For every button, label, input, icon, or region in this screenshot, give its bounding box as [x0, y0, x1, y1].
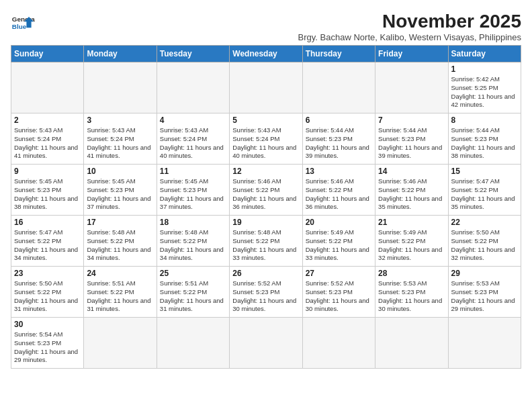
day-number: 25 [160, 269, 226, 278]
day-header-monday: Monday [84, 46, 157, 62]
calendar-cell: 16Sunrise: 5:47 AM Sunset: 5:22 PM Dayli… [11, 216, 84, 267]
day-info: Sunrise: 5:53 AM Sunset: 5:23 PM Dayligh… [451, 279, 518, 314]
day-number: 19 [232, 218, 299, 227]
day-number: 21 [378, 218, 445, 227]
day-number: 26 [232, 269, 299, 278]
calendar-cell: 26Sunrise: 5:52 AM Sunset: 5:23 PM Dayli… [230, 267, 302, 318]
header: General Blue November 2025 Brgy. Bachaw … [11, 11, 521, 42]
calendar-cell [230, 62, 302, 113]
day-number: 5 [232, 116, 299, 125]
calendar-cell: 21Sunrise: 5:49 AM Sunset: 5:22 PM Dayli… [375, 216, 448, 267]
logo: General Blue [11, 11, 35, 35]
day-info: Sunrise: 5:54 AM Sunset: 5:23 PM Dayligh… [14, 330, 81, 365]
calendar-cell: 24Sunrise: 5:51 AM Sunset: 5:22 PM Dayli… [84, 267, 157, 318]
day-header-thursday: Thursday [302, 46, 375, 62]
calendar-cell [375, 62, 448, 113]
calendar-week-row: 9Sunrise: 5:45 AM Sunset: 5:23 PM Daylig… [11, 165, 521, 216]
calendar-cell: 13Sunrise: 5:46 AM Sunset: 5:22 PM Dayli… [302, 165, 375, 216]
calendar-cell: 27Sunrise: 5:52 AM Sunset: 5:23 PM Dayli… [302, 267, 375, 318]
location-subtitle: Brgy. Bachaw Norte, Kalibo, Western Visa… [298, 32, 521, 42]
day-info: Sunrise: 5:46 AM Sunset: 5:22 PM Dayligh… [378, 177, 445, 212]
calendar-cell [230, 318, 302, 369]
calendar-week-row: 2Sunrise: 5:43 AM Sunset: 5:24 PM Daylig… [11, 113, 521, 165]
svg-text:Blue: Blue [12, 23, 27, 30]
calendar-cell: 18Sunrise: 5:48 AM Sunset: 5:22 PM Dayli… [157, 216, 229, 267]
day-info: Sunrise: 5:47 AM Sunset: 5:22 PM Dayligh… [451, 177, 518, 212]
calendar-cell [84, 62, 157, 113]
day-info: Sunrise: 5:53 AM Sunset: 5:23 PM Dayligh… [378, 279, 445, 314]
calendar-week-row: 1Sunrise: 5:42 AM Sunset: 5:25 PM Daylig… [11, 62, 521, 113]
day-info: Sunrise: 5:46 AM Sunset: 5:22 PM Dayligh… [306, 177, 372, 212]
calendar-cell [448, 318, 521, 369]
day-number: 24 [87, 269, 153, 278]
day-info: Sunrise: 5:50 AM Sunset: 5:22 PM Dayligh… [451, 228, 518, 263]
day-number: 30 [14, 320, 81, 329]
calendar-cell: 15Sunrise: 5:47 AM Sunset: 5:22 PM Dayli… [448, 165, 521, 216]
calendar-cell: 11Sunrise: 5:45 AM Sunset: 5:23 PM Dayli… [157, 165, 229, 216]
day-info: Sunrise: 5:43 AM Sunset: 5:24 PM Dayligh… [160, 126, 226, 161]
day-info: Sunrise: 5:51 AM Sunset: 5:22 PM Dayligh… [160, 279, 226, 314]
day-number: 18 [160, 218, 226, 227]
calendar-cell [11, 62, 84, 113]
calendar-week-row: 30Sunrise: 5:54 AM Sunset: 5:23 PM Dayli… [11, 318, 521, 369]
day-number: 7 [378, 116, 445, 125]
calendar-week-row: 16Sunrise: 5:47 AM Sunset: 5:22 PM Dayli… [11, 216, 521, 267]
day-header-friday: Friday [375, 46, 448, 62]
calendar-cell: 7Sunrise: 5:44 AM Sunset: 5:23 PM Daylig… [375, 113, 448, 165]
day-header-tuesday: Tuesday [157, 46, 229, 62]
day-info: Sunrise: 5:52 AM Sunset: 5:23 PM Dayligh… [306, 279, 372, 314]
day-number: 15 [451, 167, 518, 176]
calendar-cell: 23Sunrise: 5:50 AM Sunset: 5:22 PM Dayli… [11, 267, 84, 318]
day-number: 27 [306, 269, 372, 278]
day-number: 3 [87, 116, 153, 125]
day-number: 9 [14, 167, 81, 176]
day-info: Sunrise: 5:44 AM Sunset: 5:23 PM Dayligh… [451, 126, 518, 161]
day-number: 20 [306, 218, 372, 227]
day-number: 2 [14, 116, 81, 125]
day-info: Sunrise: 5:48 AM Sunset: 5:22 PM Dayligh… [232, 228, 299, 263]
day-number: 13 [306, 167, 372, 176]
day-info: Sunrise: 5:43 AM Sunset: 5:24 PM Dayligh… [232, 126, 299, 161]
calendar-cell [157, 62, 229, 113]
day-info: Sunrise: 5:51 AM Sunset: 5:22 PM Dayligh… [87, 279, 153, 314]
day-number: 17 [87, 218, 153, 227]
day-info: Sunrise: 5:46 AM Sunset: 5:22 PM Dayligh… [232, 177, 299, 212]
day-info: Sunrise: 5:42 AM Sunset: 5:25 PM Dayligh… [451, 75, 518, 109]
day-info: Sunrise: 5:48 AM Sunset: 5:22 PM Dayligh… [160, 228, 226, 263]
calendar-cell: 10Sunrise: 5:45 AM Sunset: 5:23 PM Dayli… [84, 165, 157, 216]
svg-text:General: General [12, 15, 35, 23]
day-info: Sunrise: 5:45 AM Sunset: 5:23 PM Dayligh… [87, 177, 153, 212]
day-info: Sunrise: 5:43 AM Sunset: 5:24 PM Dayligh… [14, 126, 81, 161]
day-number: 14 [378, 167, 445, 176]
day-number: 4 [160, 116, 226, 125]
calendar-cell: 9Sunrise: 5:45 AM Sunset: 5:23 PM Daylig… [11, 165, 84, 216]
calendar-cell: 19Sunrise: 5:48 AM Sunset: 5:22 PM Dayli… [230, 216, 302, 267]
calendar-cell [375, 318, 448, 369]
day-info: Sunrise: 5:45 AM Sunset: 5:23 PM Dayligh… [160, 177, 226, 212]
day-number: 10 [87, 167, 153, 176]
logo-icon: General Blue [11, 11, 35, 35]
calendar-cell: 4Sunrise: 5:43 AM Sunset: 5:24 PM Daylig… [157, 113, 229, 165]
day-header-sunday: Sunday [11, 46, 84, 62]
calendar-cell: 2Sunrise: 5:43 AM Sunset: 5:24 PM Daylig… [11, 113, 84, 165]
day-header-wednesday: Wednesday [230, 46, 302, 62]
calendar-cell [157, 318, 229, 369]
day-info: Sunrise: 5:49 AM Sunset: 5:22 PM Dayligh… [306, 228, 372, 263]
day-number: 29 [451, 269, 518, 278]
calendar-cell: 3Sunrise: 5:43 AM Sunset: 5:24 PM Daylig… [84, 113, 157, 165]
day-header-saturday: Saturday [448, 46, 521, 62]
calendar-cell: 12Sunrise: 5:46 AM Sunset: 5:22 PM Dayli… [230, 165, 302, 216]
calendar-week-row: 23Sunrise: 5:50 AM Sunset: 5:22 PM Dayli… [11, 267, 521, 318]
day-info: Sunrise: 5:43 AM Sunset: 5:24 PM Dayligh… [87, 126, 153, 161]
day-info: Sunrise: 5:48 AM Sunset: 5:22 PM Dayligh… [87, 228, 153, 263]
day-number: 12 [232, 167, 299, 176]
calendar-cell: 20Sunrise: 5:49 AM Sunset: 5:22 PM Dayli… [302, 216, 375, 267]
day-number: 28 [378, 269, 445, 278]
calendar-cell: 25Sunrise: 5:51 AM Sunset: 5:22 PM Dayli… [157, 267, 229, 318]
day-number: 1 [451, 64, 518, 74]
day-info: Sunrise: 5:47 AM Sunset: 5:22 PM Dayligh… [14, 228, 81, 263]
calendar-cell: 30Sunrise: 5:54 AM Sunset: 5:23 PM Dayli… [11, 318, 84, 369]
calendar-header-row: SundayMondayTuesdayWednesdayThursdayFrid… [11, 46, 521, 62]
title-area: November 2025 Brgy. Bachaw Norte, Kalibo… [298, 11, 521, 42]
day-info: Sunrise: 5:44 AM Sunset: 5:23 PM Dayligh… [378, 126, 445, 161]
